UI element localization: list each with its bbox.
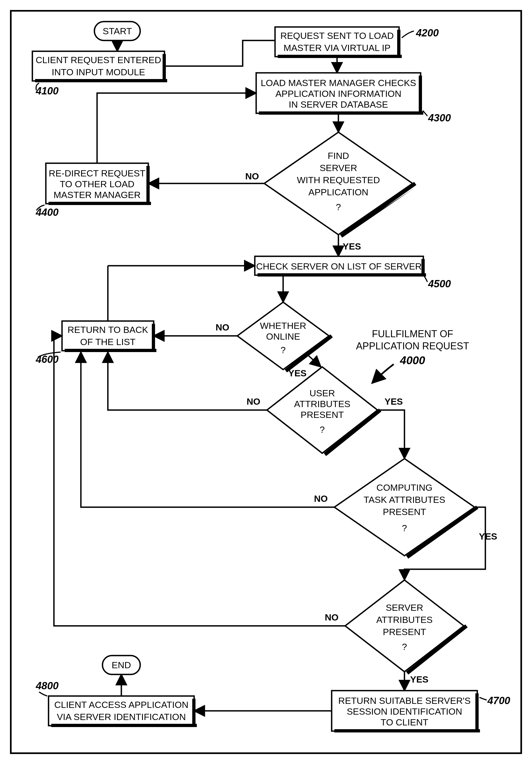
flowchart: START CLIENT REQUEST ENTERED INTO INPUT … [0,0,532,764]
d1-l4: APPLICATION [309,187,368,197]
d2-l1: WHETHER [260,320,306,331]
box-4400-l3: MASTER MANAGER [54,190,141,200]
box-4600-l2: OF THE LIST [80,337,135,347]
box-4300: LOAD MASTER MANAGER CHECKS APPLICATION I… [256,73,423,115]
d1-no: NO [245,171,259,181]
box-4800-l1: CLIENT ACCESS APPLICATION [54,699,189,710]
d1-l5: ? [336,202,341,212]
annot-l1: FULLFILMENT OF [372,328,453,339]
box-4100-l2: INTO INPUT MODULE [52,67,145,77]
d4-l2: TASK ATTRIBUTES [364,494,446,505]
d5-l3: PRESENT [383,627,426,637]
svg-rect-24 [422,259,425,277]
annot-l2: APPLICATION REQUEST [356,340,469,351]
d1-l3: WITH REQUESTED [297,175,380,185]
d4-yes: YES [479,531,497,541]
box-4700: RETURN SUITABLE SERVER'S SESSION IDENTIF… [332,690,480,732]
ref-4800: 4800 [36,680,59,691]
d3-yes: YES [384,396,403,407]
svg-rect-31 [152,324,155,352]
svg-rect-19 [49,202,151,205]
d4-l1: COMPUTING [376,482,433,492]
end-label: END [112,660,131,670]
d2-l2: ONLINE [266,331,300,341]
svg-rect-20 [146,166,150,205]
svg-rect-12 [419,76,422,115]
box-4500-l1: CHECK SERVER ON LIST OF SERVER [256,261,422,272]
d5-l4: ? [402,642,407,652]
box-4400: RE-DIRECT REQUEST TO OTHER LOAD MASTER M… [46,163,151,205]
box-4400-l1: RE-DIRECT REQUEST [49,168,145,178]
decision-task-attr: COMPUTING TASK ATTRIBUTES PRESENT ? [334,459,477,557]
box-4300-l3: IN SERVER DATABASE [289,99,388,109]
d3-no: NO [247,396,260,407]
ref-4600: 4600 [36,354,59,365]
d4-no: NO [314,493,328,504]
box-4300-l2: APPLICATION INFORMATION [275,89,401,99]
d4-l4: ? [402,523,407,533]
box-4500: CHECK SERVER ON LIST OF SERVER [255,256,426,277]
box-4800: CLIENT ACCESS APPLICATION VIA SERVER IDE… [49,696,197,727]
box-4100: CLIENT REQUEST ENTERED INTO INPUT MODULE [32,51,167,82]
box-4300-l1: LOAD MASTER MANAGER CHECKS [261,78,416,88]
box-4700-l3: TO CLIENT [381,717,429,727]
svg-line-33 [306,353,321,367]
svg-rect-8 [397,30,400,58]
svg-rect-23 [257,273,426,277]
svg-rect-30 [65,349,156,352]
svg-rect-43 [475,693,478,732]
box-4700-l1: RETURN SUITABLE SERVER'S [338,695,471,706]
terminal-end: END [102,656,140,674]
d5-l2: ATTRIBUTES [376,615,433,625]
box-4200-l1: REQUEST SENT TO LOAD [280,31,394,41]
box-4600: RETURN TO BACK OF THE LIST [62,321,156,352]
d5-yes: YES [410,674,429,684]
d5-l1: SERVER [386,602,423,613]
d1-yes: YES [343,241,361,252]
box-4100-l1: CLIENT REQUEST ENTERED [36,55,161,65]
svg-rect-47 [192,699,196,727]
d3-l1: USER [310,388,335,398]
box-4800-l2: VIA SERVER IDENTIFICATION [57,712,186,722]
box-4700-l2: SESSION IDENTIFICATION [347,706,462,716]
svg-rect-11 [259,111,423,115]
box-4400-l2: TO OTHER LOAD [60,179,134,189]
start-label: START [103,26,132,36]
ref-4100: 4100 [36,85,59,96]
ref-4400: 4400 [36,207,59,218]
decision-user-attr: USER ATTRIBUTES PRESENT ? [267,367,380,455]
box-4600-l1: RETURN TO BACK [67,324,148,335]
d4-l3: PRESENT [383,507,426,517]
d3-l3: PRESENT [301,410,344,420]
d3-l4: ? [320,424,325,435]
ref-4300: 4300 [428,112,451,123]
decision-find-server: FIND SERVER WITH REQUESTED APPLICATION ? [264,132,415,237]
svg-marker-38 [345,580,464,672]
svg-rect-4 [35,79,167,82]
d2-l3: ? [281,345,286,355]
d3-l2: ATTRIBUTES [294,399,350,409]
svg-rect-46 [51,724,197,727]
ref-4500: 4500 [428,278,451,289]
d2-yes: YES [288,368,307,378]
d1-l2: SERVER [320,163,357,173]
terminal-start: START [94,22,140,41]
ref-4700: 4700 [487,695,510,706]
annot-ref: 4000 [400,354,425,367]
d2-no: NO [216,322,229,332]
svg-rect-5 [163,54,166,82]
svg-rect-7 [278,55,402,58]
d1-l1: FIND [328,150,349,161]
decision-online: WHETHER ONLINE ? [237,302,332,371]
box-4200: REQUEST SENT TO LOAD MASTER VIA VIRTUAL … [275,27,402,58]
box-4200-l2: MASTER VIA VIRTUAL IP [284,43,391,53]
d5-no: NO [325,612,339,622]
ref-4200: 4200 [416,27,439,39]
svg-rect-42 [334,729,480,732]
decision-server-attr: SERVER ATTRIBUTES PRESENT ? [345,580,466,673]
